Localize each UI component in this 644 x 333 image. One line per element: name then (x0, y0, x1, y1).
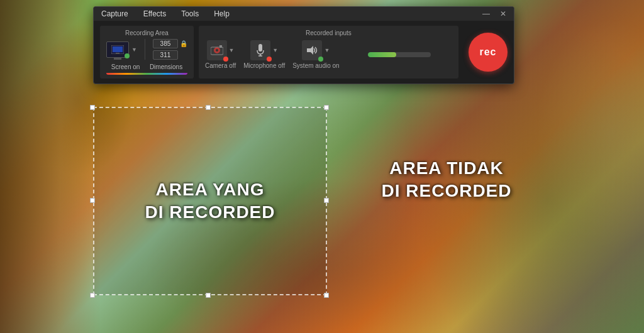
camera-status-dot (223, 57, 228, 62)
separator (145, 39, 145, 60)
handle-bottom-left[interactable] (90, 293, 95, 298)
microphone-label: Microphone off (243, 62, 285, 69)
screen-status-dot (125, 53, 130, 58)
mic-dropdown-arrow: ▼ (272, 47, 278, 53)
width-row: 385 🔒 (153, 39, 187, 48)
volume-slider-area (347, 52, 452, 57)
recording-area-title: Recording Area (106, 30, 187, 36)
microphone-icon-row: ▼ (250, 40, 278, 60)
recorded-inputs-section: Recorded inputs (199, 26, 458, 79)
handle-top-middle[interactable] (206, 105, 211, 110)
rec-button[interactable]: rec (469, 33, 508, 72)
inputs-row: ▼ Camera off (205, 40, 452, 69)
svg-marker-6 (219, 45, 222, 48)
handle-top-right[interactable] (324, 105, 329, 110)
handle-top-left[interactable] (90, 105, 95, 110)
microphone-icon (250, 40, 270, 60)
volume-fill (368, 52, 396, 57)
volume-bar[interactable] (368, 52, 431, 57)
microphone-control[interactable]: ▼ Microphone off (243, 40, 285, 69)
dimensions-label: Dimensions (150, 63, 182, 70)
dimensions-area: 385 🔒 311 (153, 39, 187, 60)
handle-bottom-right[interactable] (324, 293, 329, 298)
svg-rect-2 (116, 53, 119, 54)
titlebar: Capture Effects Tools Help — ✕ (94, 7, 514, 21)
audio-icon-row: ▼ (302, 40, 330, 60)
screen-dropdown-arrow: ▼ (131, 46, 137, 53)
recording-area-content: ▼ 385 🔒 311 (106, 39, 187, 60)
menu-bar: Capture Effects Tools Help (99, 8, 480, 19)
height-input[interactable]: 311 (153, 50, 178, 60)
mic-status-dot (267, 57, 272, 62)
menu-help[interactable]: Help (211, 8, 232, 19)
non-recording-area-label: AREA TIDAKDI RECORDED (352, 157, 541, 203)
svg-point-4 (216, 49, 218, 52)
recorded-inputs-title: Recorded inputs (205, 30, 452, 36)
camera-icon-row: ▼ (207, 40, 235, 60)
controls-row: Recording Area ▼ (94, 21, 514, 84)
handle-middle-left[interactable] (90, 198, 95, 203)
recording-area-overlay: AREA YANGDI RECORDED (93, 107, 327, 295)
screen-label: Screen on (111, 63, 140, 70)
camera-control[interactable]: ▼ Camera off (205, 40, 236, 69)
close-button[interactable]: ✕ (497, 10, 509, 18)
minimize-button[interactable]: — (480, 10, 492, 18)
screen-selector[interactable]: ▼ (106, 41, 137, 58)
window-controls: — ✕ (480, 10, 509, 18)
width-input[interactable]: 385 (153, 39, 178, 48)
lock-icon: 🔒 (180, 40, 187, 47)
svg-rect-1 (113, 46, 123, 52)
audio-control[interactable]: ▼ System audio on (292, 40, 340, 69)
svg-marker-10 (307, 46, 313, 55)
audio-icon (302, 40, 322, 60)
handle-middle-right[interactable] (324, 198, 329, 203)
recording-area-label: AREA YANGDI RECORDED (145, 178, 275, 224)
menu-effects[interactable]: Effects (141, 8, 169, 19)
height-row: 311 (153, 50, 187, 60)
camera-icon (207, 40, 227, 60)
menu-tools[interactable]: Tools (179, 8, 201, 19)
handle-bottom-middle[interactable] (206, 293, 211, 298)
screen-icon (106, 41, 129, 58)
color-line (106, 73, 187, 75)
background-left (0, 0, 101, 333)
camera-dropdown-arrow: ▼ (229, 47, 235, 53)
recording-area-section: Recording Area ▼ (100, 26, 194, 79)
menu-capture[interactable]: Capture (99, 8, 131, 19)
audio-status-dot (318, 57, 323, 62)
audio-label: System audio on (292, 62, 340, 69)
svg-rect-7 (258, 44, 262, 52)
toolbar-window: Capture Effects Tools Help — ✕ Recording… (93, 6, 514, 84)
audio-dropdown-arrow: ▼ (324, 47, 330, 53)
camera-label: Camera off (205, 62, 236, 69)
